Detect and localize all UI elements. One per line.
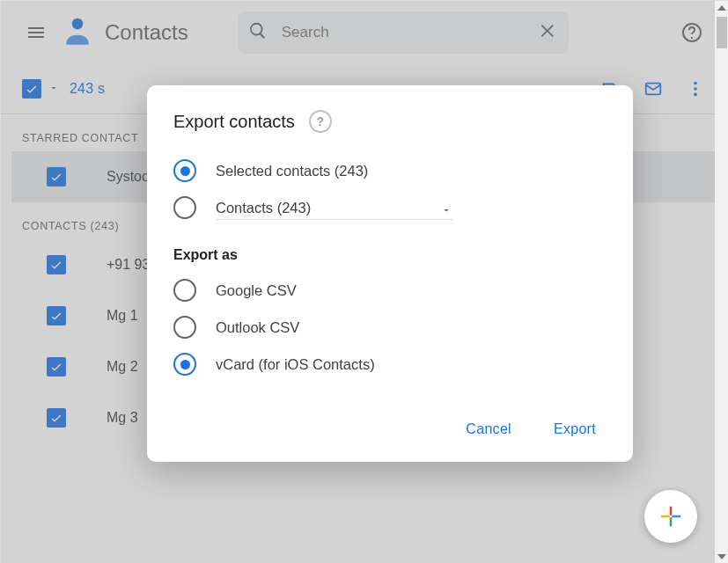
contacts-group-select[interactable]: Contacts (243) <box>216 200 453 216</box>
radio-icon <box>173 159 196 182</box>
radio-all-contacts[interactable]: Contacts (243) <box>173 189 607 226</box>
scroll-down-icon[interactable] <box>717 554 726 559</box>
svg-rect-7 <box>670 517 673 526</box>
radio-icon <box>173 353 196 376</box>
dialog-help-button[interactable]: ? <box>309 110 332 133</box>
help-icon: ? <box>317 114 325 128</box>
export-dialog: Export contacts ? Selected contacts (243… <box>147 85 633 462</box>
scrollbar[interactable] <box>715 1 728 563</box>
radio-label: Outlook CSV <box>216 319 299 336</box>
export-button[interactable]: Export <box>548 414 601 444</box>
radio-label: Google CSV <box>216 282 297 299</box>
create-contact-fab[interactable] <box>644 490 697 543</box>
svg-rect-6 <box>670 507 673 515</box>
radio-outlook-csv[interactable]: Outlook CSV <box>173 309 607 346</box>
select-value: Contacts (243) <box>216 200 311 216</box>
app-viewport: Contacts 243 s <box>0 0 728 563</box>
radio-icon <box>173 316 196 339</box>
cancel-button[interactable]: Cancel <box>460 414 517 444</box>
svg-rect-8 <box>661 515 670 518</box>
radio-icon <box>173 279 196 302</box>
dialog-title: Export contacts <box>173 112 295 132</box>
plus-icon <box>658 503 684 530</box>
radio-label: Selected contacts (243) <box>216 163 368 179</box>
radio-label: vCard (for iOS Contacts) <box>216 356 375 373</box>
scroll-up-icon[interactable] <box>717 5 726 11</box>
caret-down-icon <box>441 203 452 219</box>
radio-selected-contacts[interactable]: Selected contacts (243) <box>173 152 607 189</box>
svg-rect-9 <box>672 515 680 518</box>
scrollbar-thumb[interactable] <box>717 17 727 48</box>
radio-icon <box>173 196 196 219</box>
radio-vcard[interactable]: vCard (for iOS Contacts) <box>173 346 607 383</box>
radio-google-csv[interactable]: Google CSV <box>173 272 607 309</box>
export-as-heading: Export as <box>173 247 607 263</box>
